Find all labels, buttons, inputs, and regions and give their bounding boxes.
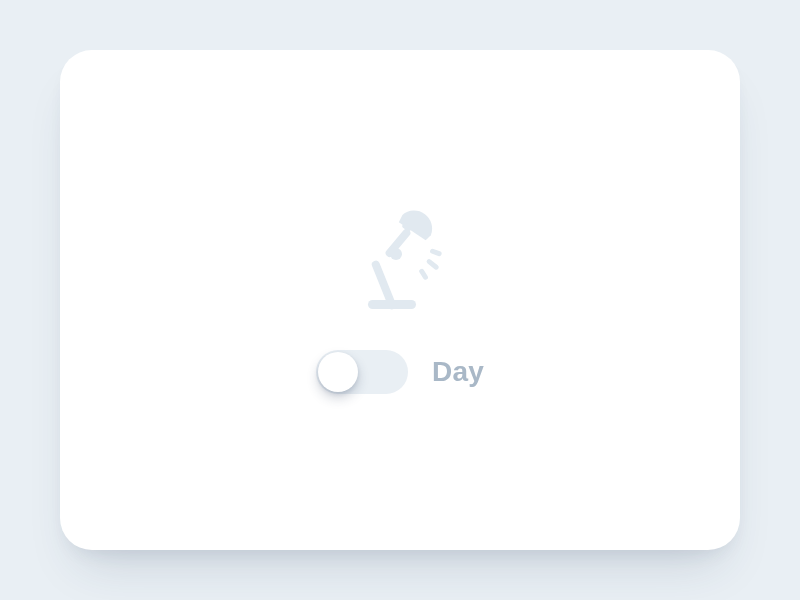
svg-rect-7 <box>418 268 429 281</box>
toggle-knob <box>318 352 358 392</box>
svg-rect-5 <box>429 248 442 257</box>
svg-rect-6 <box>426 258 440 271</box>
theme-toggle-label: Day <box>432 356 484 388</box>
theme-card: Day <box>60 50 740 550</box>
theme-toggle-row: Day <box>316 350 484 394</box>
theme-toggle[interactable] <box>316 350 408 394</box>
desk-lamp-icon <box>340 206 460 316</box>
